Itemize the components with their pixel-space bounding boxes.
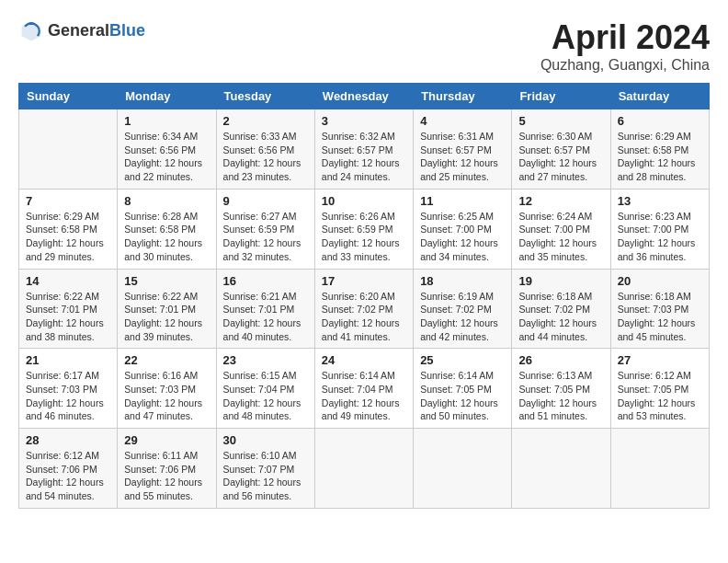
day-info: Sunrise: 6:25 AM Sunset: 7:00 PM Dayligh… (420, 210, 505, 264)
day-cell: 7Sunrise: 6:29 AM Sunset: 6:58 PM Daylig… (19, 189, 118, 269)
day-number: 11 (420, 194, 505, 208)
day-info: Sunrise: 6:32 AM Sunset: 6:57 PM Dayligh… (322, 130, 406, 184)
day-info: Sunrise: 6:20 AM Sunset: 7:02 PM Dayligh… (322, 290, 406, 344)
day-number: 13 (618, 194, 702, 208)
day-number: 16 (223, 274, 308, 288)
day-number: 4 (420, 114, 505, 128)
day-number: 27 (618, 353, 702, 367)
logo-icon (18, 18, 44, 44)
day-number: 30 (223, 433, 308, 447)
day-cell: 4Sunrise: 6:31 AM Sunset: 6:57 PM Daylig… (414, 109, 512, 190)
week-row-5: 28Sunrise: 6:12 AM Sunset: 7:06 PM Dayli… (19, 429, 710, 509)
calendar-body: 1Sunrise: 6:34 AM Sunset: 6:56 PM Daylig… (19, 109, 710, 509)
week-row-2: 7Sunrise: 6:29 AM Sunset: 6:58 PM Daylig… (19, 189, 710, 269)
day-info: Sunrise: 6:28 AM Sunset: 6:58 PM Dayligh… (124, 210, 209, 264)
day-cell: 5Sunrise: 6:30 AM Sunset: 6:57 PM Daylig… (512, 109, 610, 190)
location-title: Quzhang, Guangxi, China (540, 57, 710, 74)
day-cell: 6Sunrise: 6:29 AM Sunset: 6:58 PM Daylig… (610, 109, 709, 190)
day-cell: 26Sunrise: 6:13 AM Sunset: 7:05 PM Dayli… (512, 349, 610, 429)
day-info: Sunrise: 6:14 AM Sunset: 7:04 PM Dayligh… (322, 369, 406, 423)
header-cell-tuesday: Tuesday (216, 84, 314, 109)
day-number: 23 (223, 353, 308, 367)
day-info: Sunrise: 6:22 AM Sunset: 7:01 PM Dayligh… (26, 290, 110, 344)
calendar-header: SundayMondayTuesdayWednesdayThursdayFrid… (19, 84, 710, 109)
day-info: Sunrise: 6:14 AM Sunset: 7:05 PM Dayligh… (420, 369, 505, 423)
day-cell: 29Sunrise: 6:11 AM Sunset: 7:06 PM Dayli… (118, 429, 216, 509)
day-info: Sunrise: 6:29 AM Sunset: 6:58 PM Dayligh… (618, 130, 702, 184)
day-info: Sunrise: 6:18 AM Sunset: 7:03 PM Dayligh… (618, 290, 702, 344)
day-number: 10 (322, 194, 406, 208)
day-info: Sunrise: 6:33 AM Sunset: 6:56 PM Dayligh… (223, 130, 308, 184)
week-row-3: 14Sunrise: 6:22 AM Sunset: 7:01 PM Dayli… (19, 269, 710, 349)
day-info: Sunrise: 6:30 AM Sunset: 6:57 PM Dayligh… (518, 130, 603, 184)
day-number: 7 (26, 194, 110, 208)
day-cell: 9Sunrise: 6:27 AM Sunset: 6:59 PM Daylig… (216, 189, 314, 269)
day-cell (19, 109, 118, 190)
day-cell: 13Sunrise: 6:23 AM Sunset: 7:00 PM Dayli… (610, 189, 709, 269)
day-cell: 12Sunrise: 6:24 AM Sunset: 7:00 PM Dayli… (512, 189, 610, 269)
day-number: 1 (124, 114, 209, 128)
day-info: Sunrise: 6:23 AM Sunset: 7:00 PM Dayligh… (618, 210, 702, 264)
day-number: 6 (618, 114, 702, 128)
day-number: 28 (26, 433, 110, 447)
day-info: Sunrise: 6:19 AM Sunset: 7:02 PM Dayligh… (420, 290, 505, 344)
day-number: 2 (223, 114, 308, 128)
day-info: Sunrise: 6:29 AM Sunset: 6:58 PM Dayligh… (26, 210, 110, 264)
day-info: Sunrise: 6:26 AM Sunset: 6:59 PM Dayligh… (322, 210, 406, 264)
day-cell: 30Sunrise: 6:10 AM Sunset: 7:07 PM Dayli… (216, 429, 314, 509)
day-cell (414, 429, 512, 509)
day-cell: 23Sunrise: 6:15 AM Sunset: 7:04 PM Dayli… (216, 349, 314, 429)
day-info: Sunrise: 6:24 AM Sunset: 7:00 PM Dayligh… (518, 210, 603, 264)
day-cell: 17Sunrise: 6:20 AM Sunset: 7:02 PM Dayli… (314, 269, 413, 349)
day-cell: 28Sunrise: 6:12 AM Sunset: 7:06 PM Dayli… (19, 429, 118, 509)
day-info: Sunrise: 6:21 AM Sunset: 7:01 PM Dayligh… (223, 290, 308, 344)
day-info: Sunrise: 6:11 AM Sunset: 7:06 PM Dayligh… (124, 449, 209, 503)
day-info: Sunrise: 6:17 AM Sunset: 7:03 PM Dayligh… (26, 369, 110, 423)
day-info: Sunrise: 6:27 AM Sunset: 6:59 PM Dayligh… (223, 210, 308, 264)
day-cell: 27Sunrise: 6:12 AM Sunset: 7:05 PM Dayli… (610, 349, 709, 429)
day-cell: 2Sunrise: 6:33 AM Sunset: 6:56 PM Daylig… (216, 109, 314, 190)
day-cell: 22Sunrise: 6:16 AM Sunset: 7:03 PM Dayli… (118, 349, 216, 429)
logo: General Blue (18, 18, 145, 44)
day-number: 21 (26, 353, 110, 367)
day-number: 29 (124, 433, 209, 447)
day-cell: 16Sunrise: 6:21 AM Sunset: 7:01 PM Dayli… (216, 269, 314, 349)
day-cell: 11Sunrise: 6:25 AM Sunset: 7:00 PM Dayli… (414, 189, 512, 269)
day-info: Sunrise: 6:31 AM Sunset: 6:57 PM Dayligh… (420, 130, 505, 184)
day-number: 18 (420, 274, 505, 288)
header-cell-saturday: Saturday (610, 84, 709, 109)
day-number: 25 (420, 353, 505, 367)
header-cell-monday: Monday (118, 84, 216, 109)
day-cell: 3Sunrise: 6:32 AM Sunset: 6:57 PM Daylig… (314, 109, 413, 190)
day-cell: 1Sunrise: 6:34 AM Sunset: 6:56 PM Daylig… (118, 109, 216, 190)
header-cell-wednesday: Wednesday (314, 84, 413, 109)
header-cell-sunday: Sunday (19, 84, 118, 109)
month-title: April 2024 (540, 18, 710, 57)
day-cell (314, 429, 413, 509)
day-cell: 25Sunrise: 6:14 AM Sunset: 7:05 PM Dayli… (414, 349, 512, 429)
day-cell: 20Sunrise: 6:18 AM Sunset: 7:03 PM Dayli… (610, 269, 709, 349)
day-number: 5 (518, 114, 603, 128)
day-number: 26 (518, 353, 603, 367)
day-cell: 21Sunrise: 6:17 AM Sunset: 7:03 PM Dayli… (19, 349, 118, 429)
day-cell: 14Sunrise: 6:22 AM Sunset: 7:01 PM Dayli… (19, 269, 118, 349)
day-info: Sunrise: 6:22 AM Sunset: 7:01 PM Dayligh… (124, 290, 209, 344)
day-number: 17 (322, 274, 406, 288)
logo-text: General Blue (48, 22, 145, 40)
day-number: 8 (124, 194, 209, 208)
week-row-4: 21Sunrise: 6:17 AM Sunset: 7:03 PM Dayli… (19, 349, 710, 429)
title-area: April 2024 Quzhang, Guangxi, China (540, 18, 710, 74)
header: General Blue April 2024 Quzhang, Guangxi… (18, 18, 710, 74)
day-number: 14 (26, 274, 110, 288)
day-number: 22 (124, 353, 209, 367)
day-info: Sunrise: 6:12 AM Sunset: 7:05 PM Dayligh… (618, 369, 702, 423)
day-info: Sunrise: 6:34 AM Sunset: 6:56 PM Dayligh… (124, 130, 209, 184)
day-info: Sunrise: 6:18 AM Sunset: 7:02 PM Dayligh… (518, 290, 603, 344)
day-info: Sunrise: 6:10 AM Sunset: 7:07 PM Dayligh… (223, 449, 308, 503)
day-info: Sunrise: 6:15 AM Sunset: 7:04 PM Dayligh… (223, 369, 308, 423)
day-cell: 18Sunrise: 6:19 AM Sunset: 7:02 PM Dayli… (414, 269, 512, 349)
week-row-1: 1Sunrise: 6:34 AM Sunset: 6:56 PM Daylig… (19, 109, 710, 190)
day-cell: 15Sunrise: 6:22 AM Sunset: 7:01 PM Dayli… (118, 269, 216, 349)
day-number: 20 (618, 274, 702, 288)
day-cell: 24Sunrise: 6:14 AM Sunset: 7:04 PM Dayli… (314, 349, 413, 429)
